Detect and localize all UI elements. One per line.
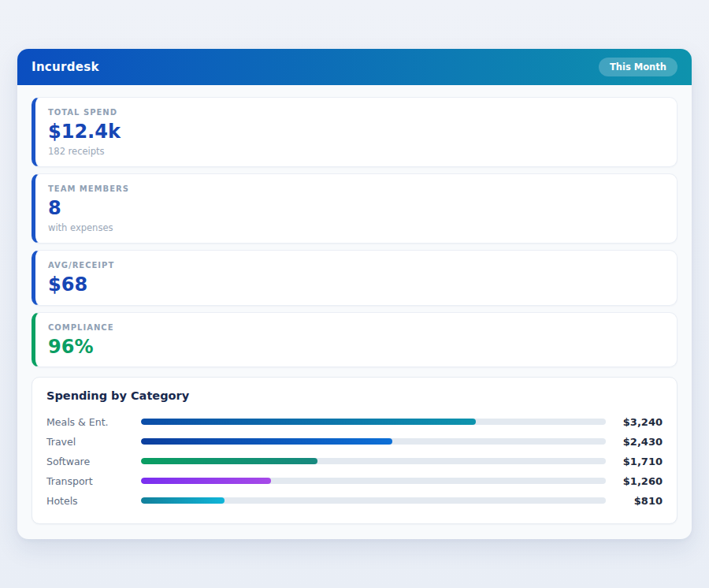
stat-card: AVG/RECEIPT $68 (32, 250, 677, 305)
bar-track (141, 419, 606, 425)
app-card: Incurdesk This Month TOTAL SPEND $12.4k … (17, 49, 692, 539)
stat-value: $12.4k (48, 122, 664, 142)
bar-fill (141, 458, 317, 464)
chart-rows: Meals & Ent. $3,240 Travel $2,430 Softwa… (46, 412, 663, 511)
bar-track (141, 458, 606, 464)
category-label: Hotels (46, 495, 141, 507)
bar-track (141, 438, 606, 445)
bar-fill (141, 497, 225, 504)
chart-title: Spending by Category (46, 389, 663, 402)
stat-label: AVG/RECEIPT (48, 261, 664, 270)
value-label: $810 (606, 495, 663, 507)
category-label: Travel (46, 436, 141, 448)
chart-row: Hotels $810 (46, 491, 663, 511)
stat-card: TEAM MEMBERS 8 with expenses (32, 173, 677, 244)
stats-list: TOTAL SPEND $12.4k 182 receipts TEAM MEM… (32, 97, 677, 367)
period-badge[interactable]: This Month (599, 58, 677, 76)
stat-label: COMPLIANCE (48, 323, 664, 332)
value-label: $1,260 (606, 475, 663, 487)
category-label: Meals & Ent. (46, 416, 141, 428)
category-label: Transport (46, 475, 141, 487)
stat-card: TOTAL SPEND $12.4k 182 receipts (32, 97, 677, 167)
stat-card: COMPLIANCE 96% (32, 312, 677, 367)
chart-row: Travel $2,430 (46, 432, 663, 452)
stat-subtitle: 182 receipts (48, 146, 664, 157)
stat-label: TOTAL SPEND (48, 108, 664, 117)
value-label: $1,710 (606, 456, 663, 467)
chart-row: Transport $1,260 (46, 471, 663, 491)
app-content: TOTAL SPEND $12.4k 182 receipts TEAM MEM… (17, 85, 692, 538)
category-label: Software (46, 456, 141, 467)
chart-row: Meals & Ent. $3,240 (46, 412, 663, 432)
bar-track (141, 478, 606, 484)
app-header: Incurdesk This Month (17, 49, 692, 85)
stat-value: $68 (48, 275, 664, 295)
page-background: Incurdesk This Month TOTAL SPEND $12.4k … (0, 0, 709, 588)
value-label: $3,240 (606, 416, 663, 428)
stat-label: TEAM MEMBERS (48, 184, 664, 193)
chart-card: Spending by Category Meals & Ent. $3,240… (32, 377, 677, 524)
bar-fill (141, 478, 271, 484)
stat-subtitle: with expenses (48, 222, 664, 233)
app-title: Incurdesk (32, 60, 99, 74)
bar-fill (141, 438, 392, 445)
bar-fill (141, 419, 476, 425)
chart-row: Software $1,710 (46, 452, 663, 471)
value-label: $2,430 (606, 436, 663, 448)
stat-value: 96% (48, 337, 664, 357)
bar-track (141, 497, 606, 504)
stat-value: 8 (48, 199, 664, 218)
